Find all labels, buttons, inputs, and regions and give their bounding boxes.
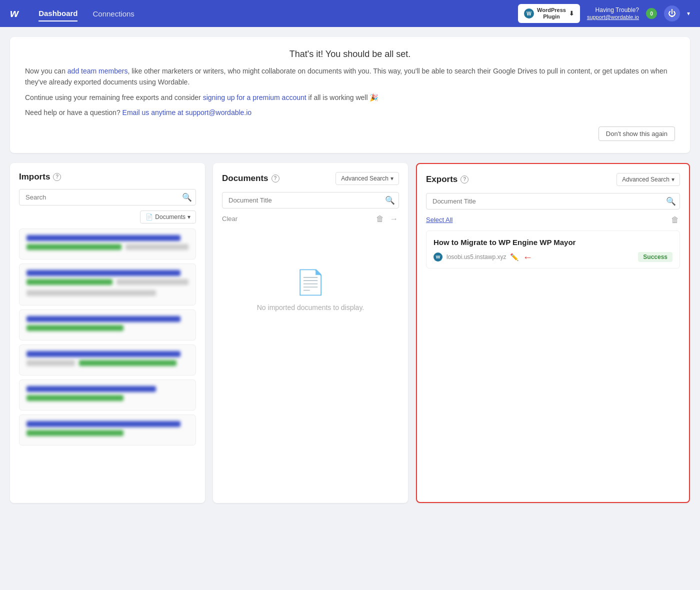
announcement-title: That's it! You should be all set. [25,49,675,60]
blurred-tag [26,430,124,436]
imports-filter-row: 📄 Documents ▾ [19,210,196,224]
list-item [19,310,196,340]
documents-empty-state: 📄 No imported documents to display. [222,228,399,352]
list-item [19,414,196,446]
export-arrow-icon: ← [522,252,532,263]
documents-help-icon[interactable]: ? [272,174,280,182]
exports-header: Exports ? Advanced Search ▾ [426,173,680,186]
documents-search-bar: 🔍 [222,192,399,208]
account-chevron-icon[interactable]: ▾ [687,10,690,17]
list-item [19,380,196,410]
imports-header: Imports ? [19,172,196,182]
export-wp-icon: W [434,252,442,262]
navbar: w Dashboard Connections W WordPress Plug… [0,0,700,27]
advanced-search-chevron-icon: ▾ [390,175,394,182]
documents-search-input[interactable] [222,192,399,208]
announcement-body: Now you can add team members, like other… [25,66,675,118]
blurred-title [26,316,180,322]
exports-select-all-row: Select All 🗑 [426,214,680,226]
blurred-tag [26,395,124,401]
dont-show-button[interactable]: Don't show this again [598,126,675,141]
documents-panel: Documents ? Advanced Search ▾ 🔍 Clear 🗑 … [213,163,408,503]
empty-doc-icon: 📄 [296,268,326,296]
documents-delete-button[interactable]: 🗑 [375,214,385,224]
exports-title: Exports ? [426,174,468,184]
list-item [19,344,196,376]
documents-actions-row: Clear 🗑 → [222,214,399,224]
nav-connections[interactable]: Connections [92,6,134,21]
announcement-card: That's it! You should be all set. Now yo… [10,37,690,153]
add-team-link[interactable]: add team members [68,67,128,75]
exports-panel: Exports ? Advanced Search ▾ 🔍 Select All… [416,163,690,503]
documents-empty-message: No imported documents to display. [257,304,364,312]
exports-help-icon[interactable]: ? [460,176,468,184]
list-item [19,228,196,260]
navbar-right: W WordPress Plugin ⬇ Having Trouble? sup… [518,4,690,23]
exports-delete-button[interactable]: 🗑 [670,214,680,226]
blurred-title [26,386,156,392]
nav-dashboard[interactable]: Dashboard [38,6,78,22]
blurred-tag [26,244,122,250]
blurred-tag [79,360,176,366]
imports-search-button[interactable]: 🔍 [182,192,192,202]
having-trouble: Having Trouble? support@wordable.io [587,6,639,20]
filter-chevron-icon: ▾ [188,214,190,220]
imports-panel: Imports ? 🔍 📄 Documents ▾ [10,163,205,503]
logo: w [10,7,18,20]
documents-clear-link[interactable]: Clear [222,215,238,222]
panels-row: Imports ? 🔍 📄 Documents ▾ [10,163,690,503]
exports-advanced-search-button[interactable]: Advanced Search ▾ [616,173,680,186]
blurred-info [26,360,75,366]
blurred-info [126,244,188,250]
premium-link[interactable]: signing up for a premium account [203,94,306,102]
documents-title: Documents ? [222,174,280,184]
wp-icon: W [524,8,534,18]
blurred-title [26,421,180,427]
imports-search-bar: 🔍 [19,189,196,206]
export-status-badge: Success [638,252,672,262]
email-link[interactable]: Email us anytime at support@wordable.io [122,108,252,116]
documents-arrow-button[interactable]: → [389,214,399,224]
download-icon: ⬇ [569,10,574,17]
export-item-footer: W losobi.us5.instawp.xyz ✏️ ← Success [434,252,672,263]
export-site-url: losobi.us5.instawp.xyz [446,254,506,260]
exports-select-all-link[interactable]: Select All [426,216,452,224]
blurred-tag [26,325,124,331]
documents-search-button[interactable]: 🔍 [385,196,395,205]
blurred-sub [26,290,156,296]
imports-filter-button[interactable]: 📄 Documents ▾ [140,210,196,224]
export-edit-button[interactable]: ✏️ [510,253,518,261]
imports-title: Imports ? [19,172,61,182]
blurred-title [26,351,180,357]
blurred-info [116,279,188,285]
main-content: That's it! You should be all set. Now yo… [0,27,700,513]
documents-header: Documents ? Advanced Search ▾ [222,172,399,185]
blurred-title [26,235,180,241]
wp-plugin-button[interactable]: W WordPress Plugin ⬇ [518,4,580,23]
exports-search-button[interactable]: 🔍 [666,196,676,206]
imports-search-input[interactable] [19,189,196,206]
list-item [19,264,196,306]
exports-advanced-search-chevron-icon: ▾ [672,176,674,183]
exports-search-bar: 🔍 [426,193,680,210]
docs-filter-icon: 📄 [146,214,153,220]
blurred-tag [26,279,112,285]
export-item-title: How to Migrate to WP Engine WP Mayor [434,238,672,246]
wp-plugin-label: WordPress Plugin [537,7,566,20]
export-item: How to Migrate to WP Engine WP Mayor W l… [426,230,680,268]
exports-search-input[interactable] [426,193,680,210]
blurred-title [26,270,180,276]
documents-advanced-search-button[interactable]: Advanced Search ▾ [336,172,399,185]
notification-badge[interactable]: 0 [646,8,657,19]
power-button[interactable]: ⏻ [664,6,680,22]
imports-help-icon[interactable]: ? [53,173,61,181]
